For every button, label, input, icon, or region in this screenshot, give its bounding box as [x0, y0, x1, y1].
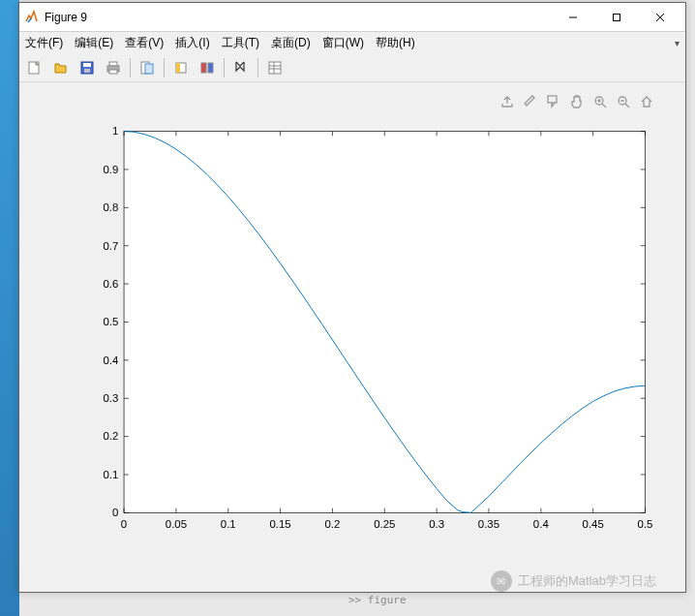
svg-text:0.4: 0.4 — [103, 354, 119, 366]
print-button[interactable] — [102, 56, 125, 79]
menu-insert[interactable]: 插入(I) — [175, 35, 209, 51]
watermark-text: 工程师的Matlab学习日志 — [518, 572, 656, 590]
matlab-logo-icon — [23, 10, 39, 25]
svg-text:0.7: 0.7 — [103, 240, 118, 252]
zoom-in-icon[interactable] — [590, 92, 610, 111]
svg-text:0.25: 0.25 — [374, 518, 395, 530]
svg-text:0.2: 0.2 — [103, 430, 118, 442]
svg-text:0.5: 0.5 — [103, 316, 118, 327]
svg-text:1: 1 — [112, 125, 118, 137]
new-figure-button[interactable] — [23, 56, 46, 79]
background-editor-strip — [0, 0, 19, 616]
svg-text:0.1: 0.1 — [103, 469, 118, 480]
toolbar — [19, 53, 685, 82]
datatip-icon[interactable] — [544, 92, 563, 111]
export-icon[interactable] — [498, 92, 517, 111]
menubar-overflow-icon[interactable]: ▾ — [675, 38, 680, 48]
plot-svg: 00.050.10.150.20.250.30.350.40.450.500.1… — [87, 111, 654, 551]
svg-text:0.3: 0.3 — [103, 392, 118, 404]
svg-text:0.9: 0.9 — [103, 164, 118, 175]
svg-text:0.35: 0.35 — [478, 518, 499, 530]
svg-text:0.8: 0.8 — [103, 201, 118, 213]
link-plot-button[interactable] — [169, 56, 193, 79]
svg-text:0: 0 — [112, 507, 118, 518]
svg-rect-10 — [109, 70, 117, 74]
maximize-button[interactable] — [594, 4, 638, 31]
print-preview-button[interactable] — [136, 56, 159, 79]
svg-text:0.5: 0.5 — [638, 518, 653, 530]
svg-rect-17 — [269, 62, 281, 74]
svg-text:0.6: 0.6 — [103, 278, 118, 290]
zoom-out-icon[interactable] — [614, 92, 633, 111]
home-icon[interactable] — [637, 92, 656, 111]
menu-help[interactable]: 帮助(H) — [376, 35, 415, 51]
minimize-button[interactable] — [551, 4, 594, 31]
brush-icon[interactable] — [521, 92, 540, 111]
svg-text:0.4: 0.4 — [533, 518, 550, 530]
menu-tools[interactable]: 工具(T) — [222, 35, 259, 51]
titlebar[interactable]: Figure 9 — [19, 3, 685, 32]
open-button[interactable] — [49, 56, 73, 79]
svg-rect-7 — [84, 69, 90, 73]
svg-line-23 — [602, 104, 606, 108]
toolbar-separator — [130, 58, 131, 77]
svg-text:0.3: 0.3 — [429, 518, 444, 530]
menu-desktop[interactable]: 桌面(D) — [271, 35, 311, 51]
toolbar-separator — [164, 58, 165, 77]
svg-text:0.05: 0.05 — [166, 518, 187, 530]
svg-rect-6 — [83, 63, 91, 67]
svg-text:0.1: 0.1 — [221, 518, 236, 530]
svg-rect-29 — [124, 132, 645, 513]
menu-edit[interactable]: 编辑(E) — [75, 35, 113, 51]
svg-text:0.15: 0.15 — [269, 518, 290, 530]
menu-file[interactable]: 文件(F) — [25, 35, 63, 51]
axes[interactable]: 00.050.10.150.20.250.30.350.40.450.500.1… — [87, 111, 654, 551]
svg-rect-8 — [109, 62, 117, 66]
menu-view[interactable]: 查看(V) — [125, 35, 164, 51]
svg-rect-14 — [176, 63, 180, 73]
save-button[interactable] — [76, 56, 99, 79]
figure-window: Figure 9 文件(F) 编辑(E) 查看(V) 插入(I) 工具(T) 桌… — [18, 2, 686, 593]
figure-area: 00.050.10.150.20.250.30.350.40.450.500.1… — [19, 82, 685, 592]
window-title: Figure 9 — [45, 11, 551, 24]
background-code-snippet: >> figure — [348, 594, 407, 606]
insert-colorbar-button[interactable] — [196, 56, 219, 79]
wechat-icon: ✉ — [491, 570, 512, 592]
svg-rect-16 — [208, 63, 213, 73]
toolbar-separator — [224, 58, 225, 77]
close-button[interactable] — [638, 4, 681, 31]
menubar: 文件(F) 编辑(E) 查看(V) 插入(I) 工具(T) 桌面(D) 窗口(W… — [19, 32, 685, 53]
property-inspector-button[interactable] — [263, 56, 287, 79]
axes-toolbar — [498, 92, 656, 111]
svg-rect-1 — [613, 14, 619, 20]
svg-rect-15 — [201, 63, 206, 73]
menu-window[interactable]: 窗口(W) — [322, 35, 364, 51]
toolbar-separator — [257, 58, 258, 77]
svg-line-27 — [625, 104, 629, 108]
pan-icon[interactable] — [567, 92, 587, 111]
svg-rect-12 — [145, 64, 153, 74]
edit-plot-button[interactable] — [229, 56, 253, 79]
svg-text:0: 0 — [121, 518, 127, 530]
svg-text:0.45: 0.45 — [583, 518, 604, 530]
svg-rect-21 — [548, 96, 557, 103]
watermark: ✉ 工程师的Matlab学习日志 — [491, 570, 656, 592]
svg-text:0.2: 0.2 — [324, 518, 340, 530]
